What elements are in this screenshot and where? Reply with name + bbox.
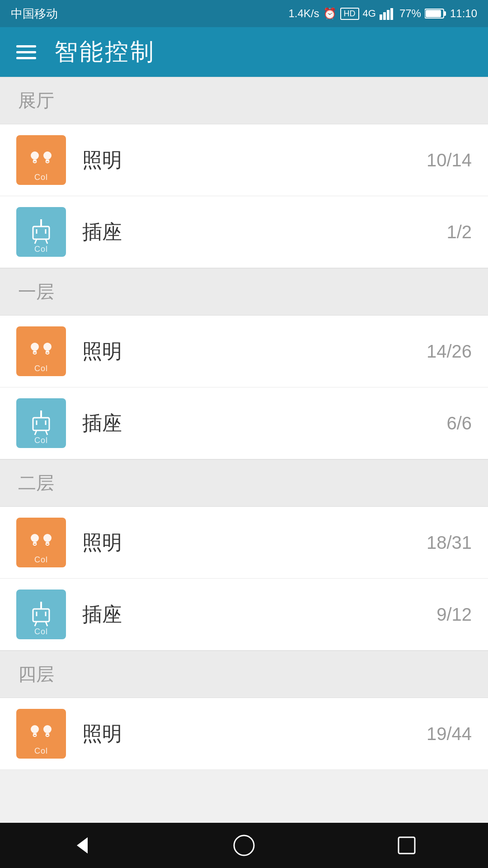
svg-rect-8	[33, 160, 37, 161]
battery-text: 77%	[399, 7, 421, 20]
back-button[interactable]	[63, 827, 99, 863]
carrier-text: 中国移动	[11, 6, 58, 22]
svg-line-25	[33, 353, 34, 354]
item-count: 1/2	[446, 222, 472, 242]
battery-icon	[425, 8, 446, 19]
svg-point-28	[43, 343, 52, 351]
section-header-1: 一层	[0, 268, 488, 316]
item-name: 插座	[66, 219, 446, 245]
svg-line-30	[46, 353, 47, 354]
icon-col-label: Col	[34, 555, 48, 565]
app-bar: 智能控制	[0, 27, 488, 77]
svg-point-7	[31, 151, 39, 160]
svg-rect-24	[33, 351, 37, 353]
svg-point-12	[43, 151, 52, 160]
svg-rect-13	[46, 160, 49, 161]
status-bar: 中国移动 1.4K/s ⏰ HD 4G 77% 11:10	[0, 0, 488, 27]
bottom-nav	[0, 823, 488, 868]
item-count: 6/6	[446, 413, 472, 434]
svg-rect-1	[383, 12, 386, 20]
svg-rect-5	[444, 11, 446, 16]
svg-rect-3	[390, 8, 393, 20]
svg-point-23	[31, 343, 39, 351]
content-area: 展厅 Col照明10/14 Col插座1/2一层	[0, 77, 488, 823]
time-text: 11:10	[450, 7, 477, 20]
svg-rect-56	[33, 733, 37, 735]
item-name: 插座	[66, 410, 446, 437]
hd-badge: HD	[340, 8, 359, 20]
speed-text: 1.4K/s	[288, 7, 319, 20]
alarm-icon: ⏰	[323, 7, 337, 20]
4g-badge: 4G	[363, 8, 376, 19]
list-item[interactable]: Col插座1/2	[0, 196, 488, 268]
svg-point-66	[234, 835, 254, 855]
item-name: 插座	[66, 601, 436, 628]
home-button[interactable]	[226, 827, 262, 863]
item-name: 照明	[66, 147, 427, 174]
svg-line-9	[33, 161, 34, 163]
svg-line-42	[36, 544, 37, 545]
icon-col-label: Col	[34, 173, 48, 182]
list-item[interactable]: Col插座9/12	[0, 579, 488, 651]
item-count: 14/26	[427, 341, 472, 362]
list-item[interactable]: Col照明19/44	[0, 698, 488, 770]
svg-rect-0	[380, 14, 382, 20]
svg-rect-40	[33, 542, 37, 544]
icon-col-label: Col	[34, 364, 48, 373]
item-name: 照明	[66, 721, 427, 747]
svg-point-60	[43, 725, 52, 733]
svg-rect-2	[387, 10, 389, 20]
svg-line-62	[46, 735, 47, 736]
icon-col-label: Col	[34, 746, 48, 756]
svg-rect-61	[46, 733, 49, 735]
app-title: 智能控制	[54, 36, 155, 68]
item-name: 照明	[66, 529, 427, 556]
section-title-2: 二层	[18, 473, 54, 493]
light-icon: Col	[16, 135, 66, 185]
list-item[interactable]: Col插座6/6	[0, 387, 488, 459]
svg-rect-34	[33, 418, 49, 430]
section-header-0: 展厅	[0, 77, 488, 124]
item-count: 10/14	[427, 150, 472, 170]
item-count: 18/31	[427, 533, 472, 553]
recent-button[interactable]	[389, 827, 425, 863]
svg-line-31	[48, 353, 49, 354]
svg-point-55	[31, 725, 39, 733]
svg-rect-50	[33, 609, 49, 622]
svg-line-15	[48, 161, 49, 163]
section-header-2: 二层	[0, 459, 488, 507]
svg-line-26	[36, 353, 37, 354]
light-icon: Col	[16, 709, 66, 759]
svg-line-58	[36, 735, 37, 736]
light-icon: Col	[16, 326, 66, 376]
list-item[interactable]: Col照明18/31	[0, 507, 488, 579]
svg-line-47	[48, 544, 49, 545]
svg-rect-29	[46, 351, 49, 353]
light-icon: Col	[16, 518, 66, 567]
item-count: 9/12	[436, 604, 472, 625]
plug-icon: Col	[16, 590, 66, 639]
item-name: 照明	[66, 338, 427, 365]
icon-col-label: Col	[34, 627, 48, 637]
list-item[interactable]: Col照明10/14	[0, 124, 488, 196]
svg-rect-18	[33, 226, 49, 239]
hamburger-button[interactable]	[16, 45, 36, 59]
icon-col-label: Col	[34, 245, 48, 254]
svg-line-14	[46, 161, 47, 163]
svg-marker-65	[77, 837, 88, 854]
svg-rect-6	[426, 10, 441, 17]
section-title-1: 一层	[18, 282, 54, 302]
section-title-3: 四层	[18, 664, 54, 684]
section-header-3: 四层	[0, 651, 488, 698]
list-item[interactable]: Col照明14/26	[0, 316, 488, 387]
item-count: 19/44	[427, 724, 472, 744]
status-right: 1.4K/s ⏰ HD 4G 77% 11:10	[288, 7, 477, 20]
svg-rect-67	[399, 837, 415, 854]
plug-icon: Col	[16, 398, 66, 448]
svg-point-39	[31, 534, 39, 542]
svg-point-44	[43, 534, 52, 542]
svg-line-63	[48, 735, 49, 736]
signal-icon	[380, 7, 396, 20]
section-title-0: 展厅	[18, 90, 54, 110]
svg-rect-45	[46, 542, 49, 544]
